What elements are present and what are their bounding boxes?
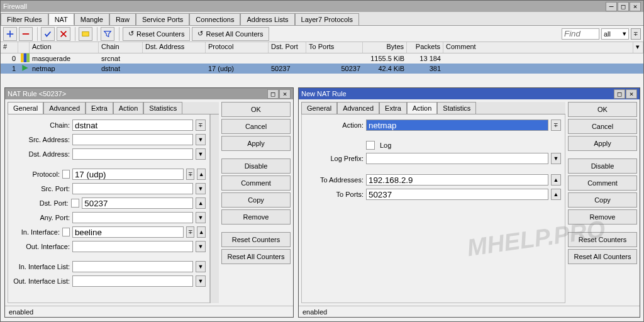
subtab-general[interactable]: General [8, 102, 43, 114]
reset-counters-button[interactable]: Reset Counters [568, 232, 637, 247]
add-button[interactable] [3, 27, 17, 41]
action-input[interactable] [366, 119, 548, 131]
dstport-invert-checkbox[interactable] [71, 199, 80, 208]
collapse-icon[interactable]: ▲ [551, 174, 561, 186]
col-menu[interactable]: ▾ [633, 42, 643, 53]
minimize-icon[interactable]: ─ [606, 2, 617, 11]
tab-nat[interactable]: NAT [48, 13, 74, 25]
tab-mangle[interactable]: Mangle [74, 13, 109, 25]
tab-address-lists[interactable]: Address Lists [240, 13, 294, 25]
collapse-icon[interactable]: ▲ [197, 226, 206, 238]
expand-icon[interactable]: ▼ [196, 241, 206, 252]
chain-dropdown-icon[interactable]: ∓ [196, 119, 206, 131]
dialog-titlebar[interactable]: NAT Rule <50237> □ × [5, 88, 293, 99]
toaddr-input[interactable] [366, 174, 548, 186]
col-bytes[interactable]: Bytes [363, 42, 407, 53]
apply-button[interactable]: Apply [221, 136, 291, 151]
col-num[interactable]: # [1, 42, 18, 53]
tab-service-ports[interactable]: Service Ports [136, 13, 189, 25]
action-dropdown-icon[interactable]: ∓ [551, 119, 561, 131]
table-row[interactable]: 0 masquerade srcnat 1155.5 KiB 13 184 [1, 53, 643, 64]
remove-button[interactable]: Remove [221, 209, 291, 225]
col-comment[interactable]: Comment [443, 42, 633, 53]
copy-button[interactable]: Copy [221, 192, 291, 208]
outiflist-input[interactable] [72, 275, 193, 287]
inif-invert-checkbox[interactable] [62, 228, 70, 236]
comment-button[interactable]: Comment [221, 175, 291, 191]
dstport-input[interactable] [82, 197, 193, 209]
dstaddr-input[interactable] [72, 148, 193, 160]
filter-apply-button[interactable]: ∓ [631, 28, 641, 40]
expand-icon[interactable]: ▼ [196, 134, 206, 145]
subtab-statistics[interactable]: Statistics [143, 102, 182, 114]
dialog-close-icon[interactable]: × [279, 89, 291, 99]
form-scrollbar[interactable] [210, 114, 219, 303]
ok-button[interactable]: OK [221, 102, 291, 117]
reset-all-counters-button[interactable]: ↺ Reset All Counters [192, 27, 269, 41]
disable-button[interactable] [57, 27, 70, 41]
subtab-general[interactable]: General [301, 102, 337, 114]
anyport-input[interactable] [72, 212, 193, 223]
logprefix-input[interactable] [366, 153, 548, 164]
col-protocol[interactable]: Protocol [206, 42, 269, 53]
dialog-maximize-icon[interactable]: □ [614, 89, 625, 99]
inif-input[interactable] [72, 226, 184, 238]
col-action[interactable]: Action [30, 42, 99, 53]
outif-input[interactable] [72, 241, 193, 252]
srcaddr-input[interactable] [72, 134, 193, 145]
cancel-button[interactable]: Cancel [221, 119, 291, 134]
reset-all-counters-button[interactable]: Reset All Counters [568, 249, 637, 264]
ok-button[interactable]: OK [568, 102, 637, 117]
tab-connections[interactable]: Connections [189, 13, 240, 25]
find-input[interactable] [562, 28, 599, 40]
close-icon[interactable]: × [630, 2, 641, 11]
comment-button[interactable]: Comment [568, 175, 637, 191]
collapse-icon[interactable]: ▲ [197, 169, 206, 180]
expand-icon[interactable]: ▼ [551, 153, 561, 164]
inif-dropdown-icon[interactable]: ∓ [186, 226, 195, 238]
protocol-invert-checkbox[interactable] [62, 170, 70, 179]
subtab-advanced[interactable]: Advanced [337, 102, 379, 114]
subtab-advanced[interactable]: Advanced [43, 102, 86, 114]
maximize-icon[interactable]: □ [618, 2, 629, 11]
collapse-icon[interactable]: ▲ [551, 189, 561, 200]
dialog-maximize-icon[interactable]: □ [267, 89, 279, 99]
table-row[interactable]: 1 netmap dstnat 17 (udp) 50237 50237 42.… [1, 64, 643, 74]
col-dstaddr[interactable]: Dst. Address [143, 42, 206, 53]
col-chain[interactable]: Chain [99, 42, 143, 53]
protocol-input[interactable] [72, 169, 184, 180]
disable-button[interactable]: Disable [568, 158, 637, 174]
subtab-action[interactable]: Action [407, 102, 438, 114]
expand-icon[interactable]: ▼ [196, 183, 206, 194]
iniflist-input[interactable] [72, 261, 193, 272]
tab-filter-rules[interactable]: Filter Rules [1, 13, 48, 25]
expand-icon[interactable]: ▼ [196, 148, 206, 160]
toports-input[interactable] [366, 189, 548, 200]
disable-button[interactable]: Disable [221, 158, 291, 174]
dialog-close-icon[interactable]: × [626, 89, 637, 99]
col-packets[interactable]: Packets [407, 42, 443, 53]
tab-layer7[interactable]: Layer7 Protocols [295, 13, 360, 25]
dialog-titlebar[interactable]: New NAT Rule □ × [299, 88, 640, 99]
srcport-input[interactable] [72, 183, 193, 194]
copy-button[interactable]: Copy [568, 192, 637, 208]
collapse-icon[interactable]: ▲ [196, 197, 206, 209]
expand-icon[interactable]: ▼ [196, 261, 206, 272]
subtab-statistics[interactable]: Statistics [437, 102, 476, 114]
log-checkbox[interactable] [366, 141, 375, 150]
reset-all-counters-button[interactable]: Reset All Counters [221, 249, 291, 264]
reset-counters-button[interactable]: ↺ Reset Counters [123, 27, 190, 41]
subtab-action[interactable]: Action [113, 102, 144, 114]
protocol-dropdown-icon[interactable]: ∓ [186, 169, 195, 180]
apply-button[interactable]: Apply [568, 136, 637, 151]
reset-counters-button[interactable]: Reset Counters [221, 232, 291, 247]
col-dstport[interactable]: Dst. Port [269, 42, 306, 53]
remove-button[interactable] [19, 27, 33, 41]
filter-scope-select[interactable]: all ▾ [601, 28, 629, 40]
enable-button[interactable] [41, 27, 55, 41]
subtab-extra[interactable]: Extra [379, 102, 407, 114]
remove-button[interactable]: Remove [568, 209, 637, 225]
expand-icon[interactable]: ▼ [196, 212, 206, 223]
comment-button[interactable] [79, 27, 92, 41]
col-toports[interactable]: To Ports [306, 42, 363, 53]
